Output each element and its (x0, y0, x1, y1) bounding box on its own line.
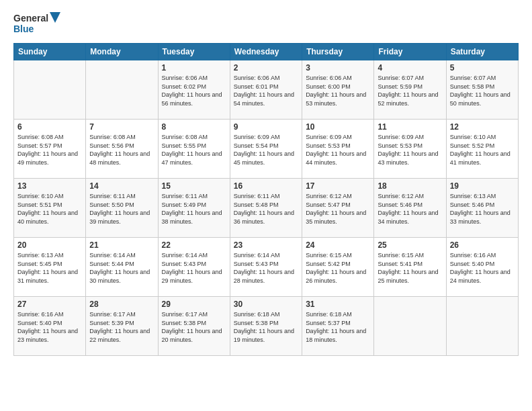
day-number: 24 (306, 240, 370, 250)
day-number: 7 (89, 122, 154, 132)
weekday-header: Thursday (302, 44, 374, 60)
calendar-cell: 6Sunrise: 6:08 AM Sunset: 5:57 PM Daylig… (14, 120, 86, 179)
day-number: 31 (306, 300, 370, 309)
cell-info: Sunrise: 6:08 AM Sunset: 5:56 PM Dayligh… (89, 133, 154, 167)
day-number: 19 (450, 181, 515, 191)
day-number: 11 (378, 122, 442, 132)
day-number: 13 (17, 181, 82, 191)
day-number: 2 (234, 63, 298, 73)
calendar-cell: 27Sunrise: 6:16 AM Sunset: 5:40 PM Dayli… (14, 297, 86, 356)
calendar-cell: 1Sunrise: 6:06 AM Sunset: 6:02 PM Daylig… (158, 60, 230, 120)
day-number: 1 (162, 63, 226, 73)
calendar-cell: 26Sunrise: 6:16 AM Sunset: 5:40 PM Dayli… (446, 238, 518, 297)
day-number: 27 (17, 300, 82, 309)
weekday-header: Tuesday (158, 44, 230, 60)
cell-info: Sunrise: 6:06 AM Sunset: 6:01 PM Dayligh… (234, 74, 298, 107)
cell-info: Sunrise: 6:10 AM Sunset: 5:51 PM Dayligh… (17, 192, 82, 226)
weekday-header: Monday (86, 44, 158, 60)
calendar-cell (14, 60, 86, 120)
logo: GeneralBlue (13, 11, 60, 36)
cell-info: Sunrise: 6:16 AM Sunset: 5:40 PM Dayligh… (17, 310, 82, 344)
cell-info: Sunrise: 6:14 AM Sunset: 5:43 PM Dayligh… (162, 251, 226, 285)
cell-info: Sunrise: 6:14 AM Sunset: 5:43 PM Dayligh… (234, 251, 298, 285)
cell-info: Sunrise: 6:18 AM Sunset: 5:38 PM Dayligh… (234, 310, 298, 344)
cell-info: Sunrise: 6:12 AM Sunset: 5:46 PM Dayligh… (378, 192, 442, 226)
calendar-table: SundayMondayTuesdayWednesdayThursdayFrid… (13, 43, 519, 356)
cell-info: Sunrise: 6:17 AM Sunset: 5:39 PM Dayligh… (89, 310, 154, 344)
svg-marker-2 (50, 12, 60, 23)
day-number: 23 (234, 240, 298, 250)
weekday-header: Wednesday (230, 44, 302, 60)
header: GeneralBlue (13, 11, 519, 36)
calendar-cell: 12Sunrise: 6:10 AM Sunset: 5:52 PM Dayli… (446, 120, 518, 179)
weekday-header: Saturday (446, 44, 518, 60)
calendar-cell: 19Sunrise: 6:13 AM Sunset: 5:46 PM Dayli… (446, 179, 518, 238)
cell-info: Sunrise: 6:09 AM Sunset: 5:54 PM Dayligh… (234, 133, 298, 167)
day-number: 21 (89, 240, 154, 250)
calendar-cell: 2Sunrise: 6:06 AM Sunset: 6:01 PM Daylig… (230, 60, 302, 120)
cell-info: Sunrise: 6:07 AM Sunset: 5:58 PM Dayligh… (450, 74, 515, 107)
day-number: 16 (234, 181, 298, 191)
calendar-cell: 8Sunrise: 6:08 AM Sunset: 5:55 PM Daylig… (158, 120, 230, 179)
day-number: 12 (450, 122, 515, 132)
day-number: 4 (378, 63, 442, 73)
calendar-cell: 14Sunrise: 6:11 AM Sunset: 5:50 PM Dayli… (86, 179, 158, 238)
day-number: 25 (378, 240, 442, 250)
calendar-cell: 5Sunrise: 6:07 AM Sunset: 5:58 PM Daylig… (446, 60, 518, 120)
day-number: 20 (17, 240, 82, 250)
cell-info: Sunrise: 6:11 AM Sunset: 5:50 PM Dayligh… (89, 192, 154, 226)
svg-text:General: General (13, 13, 48, 24)
calendar-cell: 30Sunrise: 6:18 AM Sunset: 5:38 PM Dayli… (230, 297, 302, 356)
cell-info: Sunrise: 6:18 AM Sunset: 5:37 PM Dayligh… (306, 310, 370, 344)
logo-svg: GeneralBlue (13, 11, 60, 36)
calendar-cell: 4Sunrise: 6:07 AM Sunset: 5:59 PM Daylig… (374, 60, 446, 120)
day-number: 10 (306, 122, 370, 132)
calendar-cell (86, 60, 158, 120)
calendar-cell: 22Sunrise: 6:14 AM Sunset: 5:43 PM Dayli… (158, 238, 230, 297)
page: GeneralBlue SundayMondayTuesdayWednesday… (0, 0, 532, 411)
cell-info: Sunrise: 6:13 AM Sunset: 5:45 PM Dayligh… (17, 251, 82, 285)
calendar-cell: 13Sunrise: 6:10 AM Sunset: 5:51 PM Dayli… (14, 179, 86, 238)
calendar-cell: 3Sunrise: 6:06 AM Sunset: 6:00 PM Daylig… (302, 60, 374, 120)
calendar-cell: 18Sunrise: 6:12 AM Sunset: 5:46 PM Dayli… (374, 179, 446, 238)
cell-info: Sunrise: 6:09 AM Sunset: 5:53 PM Dayligh… (378, 133, 442, 167)
cell-info: Sunrise: 6:06 AM Sunset: 6:00 PM Dayligh… (306, 74, 370, 107)
cell-info: Sunrise: 6:09 AM Sunset: 5:53 PM Dayligh… (306, 133, 370, 167)
cell-info: Sunrise: 6:14 AM Sunset: 5:44 PM Dayligh… (89, 251, 154, 285)
day-number: 22 (162, 240, 226, 250)
calendar-cell: 15Sunrise: 6:11 AM Sunset: 5:49 PM Dayli… (158, 179, 230, 238)
weekday-header: Friday (374, 44, 446, 60)
calendar-row: 13Sunrise: 6:10 AM Sunset: 5:51 PM Dayli… (14, 179, 519, 238)
day-number: 17 (306, 181, 370, 191)
calendar-cell: 28Sunrise: 6:17 AM Sunset: 5:39 PM Dayli… (86, 297, 158, 356)
day-number: 18 (378, 181, 442, 191)
calendar-cell: 23Sunrise: 6:14 AM Sunset: 5:43 PM Dayli… (230, 238, 302, 297)
calendar-row: 6Sunrise: 6:08 AM Sunset: 5:57 PM Daylig… (14, 120, 519, 179)
calendar-row: 27Sunrise: 6:16 AM Sunset: 5:40 PM Dayli… (14, 297, 519, 356)
cell-info: Sunrise: 6:08 AM Sunset: 5:55 PM Dayligh… (162, 133, 226, 167)
day-number: 29 (162, 300, 226, 309)
calendar-cell (374, 297, 446, 356)
day-number: 8 (162, 122, 226, 132)
day-number: 30 (234, 300, 298, 309)
day-number: 9 (234, 122, 298, 132)
calendar-cell: 25Sunrise: 6:15 AM Sunset: 5:41 PM Dayli… (374, 238, 446, 297)
cell-info: Sunrise: 6:08 AM Sunset: 5:57 PM Dayligh… (17, 133, 82, 167)
cell-info: Sunrise: 6:15 AM Sunset: 5:41 PM Dayligh… (378, 251, 442, 285)
weekday-header: Sunday (14, 44, 86, 60)
day-number: 5 (450, 63, 515, 73)
cell-info: Sunrise: 6:11 AM Sunset: 5:49 PM Dayligh… (162, 192, 226, 226)
day-number: 14 (89, 181, 154, 191)
calendar-cell: 20Sunrise: 6:13 AM Sunset: 5:45 PM Dayli… (14, 238, 86, 297)
cell-info: Sunrise: 6:13 AM Sunset: 5:46 PM Dayligh… (450, 192, 515, 226)
cell-info: Sunrise: 6:17 AM Sunset: 5:38 PM Dayligh… (162, 310, 226, 344)
calendar-row: 20Sunrise: 6:13 AM Sunset: 5:45 PM Dayli… (14, 238, 519, 297)
day-number: 6 (17, 122, 82, 132)
day-number: 3 (306, 63, 370, 73)
day-number: 26 (450, 240, 515, 250)
calendar-cell: 9Sunrise: 6:09 AM Sunset: 5:54 PM Daylig… (230, 120, 302, 179)
cell-info: Sunrise: 6:15 AM Sunset: 5:42 PM Dayligh… (306, 251, 370, 285)
calendar-cell: 7Sunrise: 6:08 AM Sunset: 5:56 PM Daylig… (86, 120, 158, 179)
day-number: 28 (89, 300, 154, 309)
header-row: SundayMondayTuesdayWednesdayThursdayFrid… (14, 44, 519, 60)
